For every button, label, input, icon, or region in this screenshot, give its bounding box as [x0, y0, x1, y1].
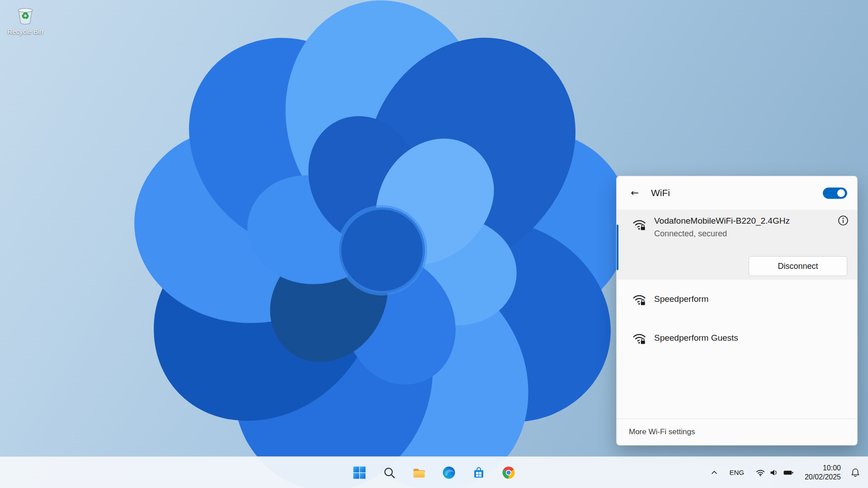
arrow-left-icon: ← — [631, 188, 639, 198]
wifi-flyout: ← WiFi VodafoneMobileWiFi-B220_2.4GHz Co… — [616, 176, 858, 446]
microsoft-store-button[interactable] — [468, 462, 490, 483]
network-ssid: Speedperform — [654, 294, 708, 304]
wifi-toggle[interactable] — [823, 188, 847, 199]
connected-ssid: VodafoneMobileWiFi-B220_2.4GHz — [654, 216, 790, 226]
notification-center-button[interactable] — [847, 464, 863, 482]
chevron-up-icon — [711, 469, 718, 476]
network-properties-button[interactable] — [836, 214, 850, 227]
wifi-secured-icon — [632, 331, 646, 345]
wifi-toggle-knob — [837, 189, 845, 197]
network-ssid: Speedperform Guests — [654, 333, 738, 343]
back-button[interactable]: ← — [627, 185, 643, 201]
folder-icon — [412, 466, 426, 479]
network-item[interactable]: Speedperform Guests — [617, 319, 858, 357]
screen: ♻ Recycle Bin ← WiFi — [0, 0, 868, 488]
windows-logo-icon — [353, 466, 366, 479]
recycle-bin-icon: ♻ — [15, 5, 36, 26]
disconnect-button[interactable]: Disconnect — [749, 256, 847, 276]
wifi-icon — [756, 468, 765, 477]
chrome-button[interactable] — [498, 462, 519, 483]
wifi-panel-title: WiFi — [651, 188, 670, 198]
start-button[interactable] — [349, 462, 370, 483]
wifi-flyout-header: ← WiFi — [617, 176, 857, 210]
network-item[interactable]: Speedperform — [617, 280, 858, 319]
taskbar: ENG 10:00 20/02/202 — [0, 456, 868, 488]
tray-overflow-button[interactable] — [707, 464, 722, 482]
file-explorer-button[interactable] — [408, 462, 430, 483]
edge-button[interactable] — [438, 462, 460, 483]
more-wifi-settings-link[interactable]: More Wi-Fi settings — [617, 419, 857, 445]
clock-date: 20/02/2025 — [805, 473, 841, 482]
search-icon — [382, 466, 396, 479]
language-indicator[interactable]: ENG — [725, 464, 749, 482]
selection-indicator — [617, 225, 618, 270]
recycle-bin-label: Recycle Bin — [7, 28, 43, 35]
taskbar-tray-area: ENG 10:00 20/02/202 — [707, 457, 863, 488]
volume-icon — [769, 468, 778, 477]
connected-network-item[interactable]: VodafoneMobileWiFi-B220_2.4GHz Connected… — [617, 210, 858, 280]
clock[interactable]: 10:00 20/02/2025 — [801, 464, 844, 482]
store-icon — [472, 466, 486, 479]
edge-icon — [442, 466, 456, 479]
recycle-symbol: ♻ — [15, 10, 36, 21]
clock-time: 10:00 — [805, 464, 841, 473]
recycle-bin-shortcut[interactable]: ♻ Recycle Bin — [5, 5, 46, 35]
taskbar-center — [349, 457, 519, 488]
chrome-icon — [502, 466, 515, 479]
connection-status: Connected, secured — [654, 229, 727, 239]
wifi-secured-icon — [632, 292, 646, 306]
search-button[interactable] — [378, 462, 400, 483]
quick-settings-button[interactable] — [751, 464, 798, 482]
wifi-secured-icon — [632, 217, 646, 231]
info-icon — [837, 215, 849, 226]
battery-icon — [783, 468, 794, 477]
bell-icon — [850, 468, 860, 478]
